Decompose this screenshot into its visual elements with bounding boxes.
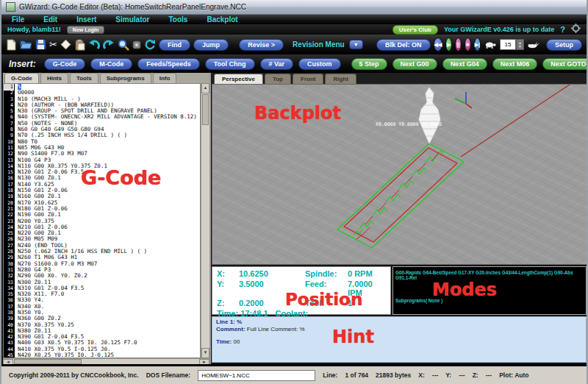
turtle-icon — [484, 38, 497, 51]
pause-button[interactable]: || — [455, 38, 462, 51]
revise-button[interactable]: Revise > — [239, 39, 284, 51]
line-number-gutter: 1234567891011121314151617181920212223242… — [4, 84, 15, 358]
refresh-icon[interactable] — [144, 38, 156, 51]
help-icon[interactable]: ? — [560, 25, 565, 34]
revision-menu-dropdown[interactable]: ▼ — [349, 40, 363, 49]
new-login-button[interactable]: New Login — [67, 26, 104, 34]
tab-front[interactable]: Front — [293, 74, 323, 84]
pos-y-value: 3.5000 — [239, 280, 305, 297]
jump-button[interactable]: Jump — [193, 39, 229, 51]
editor-tab-bar: G-Code Hints Tools Subprograms Info — [3, 73, 209, 84]
step-5-button[interactable]: 5 Step — [351, 58, 387, 70]
redo-icon[interactable] — [103, 38, 115, 51]
pos-x-label: X: — [217, 269, 239, 278]
version-status: Your GWizardE v0.426 is up to date — [444, 26, 554, 33]
insert-mcode-button[interactable]: M-Code — [90, 58, 132, 70]
plot-mode: Plot: Auto — [499, 371, 528, 379]
speed-down-arrow[interactable]: ▼ — [517, 45, 523, 49]
tab-info[interactable]: Info — [153, 73, 177, 83]
insert-feeds-speeds-button[interactable]: Feeds/Speeds — [137, 58, 200, 70]
tab-tools[interactable]: Tools — [70, 73, 98, 83]
insert-var-button[interactable]: # Var — [260, 58, 294, 70]
menu-tools[interactable]: Tools — [168, 15, 187, 24]
pos-feed-value: 7.0000 IPM — [348, 280, 386, 297]
undo-icon[interactable] — [88, 38, 100, 51]
code-line[interactable]: N70 (.25 INCH HSS 1/4 DRILL ) ( ) — [18, 132, 200, 138]
editor-vertical-scrollbar[interactable]: ▲ ▼ — [201, 83, 209, 358]
code-line[interactable]: % — [18, 84, 200, 90]
insert-custom-button[interactable]: Custom — [298, 58, 341, 70]
hint-time-label: Time: — [216, 338, 232, 345]
line-label: Line: — [323, 371, 337, 379]
tab-gcode[interactable]: G-Code — [4, 73, 39, 83]
paste-icon[interactable] — [74, 38, 85, 51]
dos-filename-label: DOS Filename: — [146, 371, 190, 379]
next-m06-button[interactable]: Next M06 — [492, 58, 538, 70]
menu-simulator[interactable]: Simulator — [115, 15, 149, 24]
status-x-label: X: — [418, 371, 425, 379]
users-club-button[interactable]: User's Club — [392, 25, 438, 35]
find-zoom-icon[interactable] — [118, 38, 129, 51]
code-lines[interactable]: %O0000N10 (MACH3 MILL - )N20 (AUTHOR - (… — [15, 84, 200, 358]
play-button[interactable]: ▶ — [445, 38, 452, 51]
editor-horizontal-scrollbar[interactable]: ◄ ► — [3, 358, 209, 364]
pos-y-label: Y: — [217, 280, 239, 297]
window-title: GWizard: G-Code Editor (Beta): HomeSwitc… — [19, 3, 246, 11]
tab-hints[interactable]: Hints — [40, 73, 68, 83]
main-toolbar: ✂ Find Jump Revise > Revision Menu ▼ Blk… — [1, 35, 587, 54]
tab-right[interactable]: Right — [325, 74, 356, 84]
code-line[interactable]: N330 Y4. — [18, 297, 200, 303]
hint-comment-value: Full Line Comment: % — [247, 326, 305, 333]
blk-del-toggle[interactable]: Blk Del: ON — [376, 39, 431, 51]
code-line[interactable]: N420 X0.25 Y0.375 I0. J-0.125 — [18, 352, 200, 358]
rewind-button[interactable]: ◀◀ — [434, 38, 443, 51]
insert-bar: Insert: G-Code M-Code Feeds/Speeds Tool … — [1, 54, 587, 73]
tab-perspective[interactable]: Perspective — [214, 74, 263, 84]
speed-stepper[interactable]: ▲▼ — [500, 39, 524, 50]
window-icon — [6, 2, 15, 12]
pos-tool-label: Tool: — [305, 299, 348, 307]
next-goto-button[interactable]: Next GOTO — [542, 58, 588, 70]
copy-icon[interactable] — [60, 38, 71, 51]
open-file-icon[interactable] — [20, 38, 32, 51]
menu-backplot[interactable]: Backplot — [207, 15, 237, 24]
pos-z-value: 0.2000 — [239, 299, 305, 307]
cut-icon[interactable]: ✂ — [49, 38, 57, 51]
modes-readout: G00-Rapids G64-BestSpeed G17-XY G20-Inch… — [392, 266, 587, 315]
step-forward-button[interactable]: ▶| — [474, 38, 481, 51]
new-file-icon[interactable] — [6, 38, 17, 51]
scroll-down-arrow[interactable]: ▼ — [201, 348, 209, 358]
menu-insert[interactable]: Insert — [76, 15, 96, 24]
editor-panel: G-Code Hints Tools Subprograms Info 1234… — [3, 73, 209, 364]
next-g00-button[interactable]: Next G00 — [392, 58, 437, 70]
bytes-value: 21893 bytes — [376, 371, 411, 379]
insert-gcode-button[interactable]: G-Code — [44, 58, 86, 70]
copyright-text: Copyright 2009-2011 by CNCCookbook, Inc. — [9, 371, 139, 379]
speed-input[interactable] — [500, 39, 516, 50]
status-bar: Copyright 2009-2011 by CNCCookbook, Inc.… — [1, 364, 587, 384]
find-button[interactable]: Find — [159, 39, 190, 51]
code-line[interactable]: N340 X0. — [18, 304, 200, 310]
stop-button[interactable]: ■ — [465, 38, 471, 51]
next-g04-button[interactable]: Next G04 — [442, 58, 487, 70]
horizontal-scroll-thumb[interactable] — [14, 359, 82, 364]
vertical-scroll-thumb[interactable] — [202, 94, 209, 125]
tab-top[interactable]: Top — [265, 74, 291, 84]
setup-button[interactable]: Setup — [546, 39, 582, 51]
code-line[interactable]: N320 X11. F7.0 — [18, 291, 200, 297]
scroll-up-arrow[interactable]: ▲ — [201, 83, 209, 93]
backplot-viewport[interactable]: X0.0000 Y0.0000 Z0.0000 — [212, 84, 587, 265]
tab-subprograms[interactable]: Subprograms — [100, 73, 151, 83]
status-y-value: --- — [459, 371, 465, 379]
insert-tool-chng-button[interactable]: Tool Chng — [205, 58, 255, 70]
revision-menu-label: Revision Menu — [293, 40, 345, 49]
pos-z-label: Z: — [217, 299, 239, 307]
save-file-icon[interactable] — [35, 38, 46, 51]
options-icon[interactable] — [132, 38, 141, 51]
menu-file[interactable]: File — [12, 15, 24, 24]
menu-edit[interactable]: Edit — [43, 15, 57, 24]
gcode-editor[interactable]: 1234567891011121314151617181920212223242… — [3, 83, 201, 358]
dos-filename-input[interactable] — [198, 370, 315, 381]
gwizard-window: GWizard: G-Code Editor (Beta): HomeSwitc… — [0, 0, 588, 384]
pos-feed-label: Feed: — [305, 280, 348, 297]
